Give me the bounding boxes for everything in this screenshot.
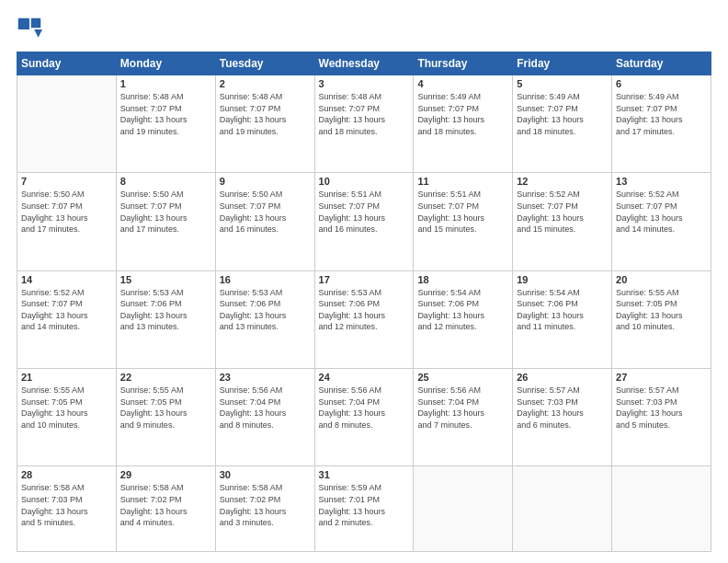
calendar-cell: 9Sunrise: 5:50 AM Sunset: 7:07 PM Daylig… <box>215 173 314 270</box>
calendar-cell: 1Sunrise: 5:48 AM Sunset: 7:07 PM Daylig… <box>116 75 215 173</box>
day-info: Sunrise: 5:49 AM Sunset: 7:07 PM Dayligh… <box>616 91 707 137</box>
day-info: Sunrise: 5:53 AM Sunset: 7:06 PM Dayligh… <box>120 287 211 333</box>
calendar-table: SundayMondayTuesdayWednesdayThursdayFrid… <box>17 52 711 552</box>
calendar-cell <box>513 466 612 552</box>
day-number: 20 <box>616 274 707 285</box>
page: SundayMondayTuesdayWednesdayThursdayFrid… <box>0 0 728 563</box>
calendar-cell <box>414 466 513 552</box>
day-info: Sunrise: 5:54 AM Sunset: 7:06 PM Dayligh… <box>517 287 608 333</box>
calendar-cell: 11Sunrise: 5:51 AM Sunset: 7:07 PM Dayli… <box>414 173 513 270</box>
day-info: Sunrise: 5:50 AM Sunset: 7:07 PM Dayligh… <box>21 189 112 235</box>
calendar-cell: 29Sunrise: 5:58 AM Sunset: 7:02 PM Dayli… <box>116 466 215 552</box>
calendar-cell: 20Sunrise: 5:55 AM Sunset: 7:05 PM Dayli… <box>612 270 711 368</box>
logo-icon <box>17 17 42 42</box>
day-info: Sunrise: 5:49 AM Sunset: 7:07 PM Dayligh… <box>517 91 608 137</box>
calendar-cell: 6Sunrise: 5:49 AM Sunset: 7:07 PM Daylig… <box>612 75 711 173</box>
day-number: 8 <box>120 176 211 187</box>
calendar-cell <box>17 75 117 173</box>
day-info: Sunrise: 5:56 AM Sunset: 7:04 PM Dayligh… <box>220 385 311 431</box>
day-number: 2 <box>220 78 311 89</box>
week-row-1: 1Sunrise: 5:48 AM Sunset: 7:07 PM Daylig… <box>17 75 711 173</box>
calendar-cell: 3Sunrise: 5:48 AM Sunset: 7:07 PM Daylig… <box>314 75 414 173</box>
day-number: 11 <box>417 176 508 187</box>
day-info: Sunrise: 5:55 AM Sunset: 7:05 PM Dayligh… <box>21 385 112 431</box>
day-info: Sunrise: 5:58 AM Sunset: 7:03 PM Dayligh… <box>21 482 112 528</box>
calendar-cell: 13Sunrise: 5:52 AM Sunset: 7:07 PM Dayli… <box>612 173 711 270</box>
day-number: 23 <box>220 372 311 383</box>
svg-marker-2 <box>34 29 42 38</box>
week-row-3: 14Sunrise: 5:52 AM Sunset: 7:07 PM Dayli… <box>17 270 711 368</box>
day-number: 5 <box>517 78 608 89</box>
day-number: 3 <box>319 78 410 89</box>
week-row-4: 21Sunrise: 5:55 AM Sunset: 7:05 PM Dayli… <box>17 369 711 466</box>
day-info: Sunrise: 5:52 AM Sunset: 7:07 PM Dayligh… <box>616 189 707 235</box>
day-number: 27 <box>616 372 707 383</box>
calendar-cell: 16Sunrise: 5:53 AM Sunset: 7:06 PM Dayli… <box>215 270 314 368</box>
svg-rect-1 <box>31 18 41 29</box>
day-info: Sunrise: 5:52 AM Sunset: 7:07 PM Dayligh… <box>517 189 608 235</box>
day-number: 24 <box>319 372 410 383</box>
day-number: 31 <box>319 469 410 480</box>
calendar-cell: 10Sunrise: 5:51 AM Sunset: 7:07 PM Dayli… <box>314 173 414 270</box>
day-info: Sunrise: 5:48 AM Sunset: 7:07 PM Dayligh… <box>220 91 311 137</box>
day-info: Sunrise: 5:53 AM Sunset: 7:06 PM Dayligh… <box>220 287 311 333</box>
day-header-friday: Friday <box>513 52 612 75</box>
calendar-cell: 23Sunrise: 5:56 AM Sunset: 7:04 PM Dayli… <box>215 369 314 466</box>
logo <box>17 17 46 42</box>
day-number: 21 <box>21 372 112 383</box>
day-info: Sunrise: 5:55 AM Sunset: 7:05 PM Dayligh… <box>120 385 211 431</box>
day-number: 15 <box>120 274 211 285</box>
day-number: 25 <box>417 372 508 383</box>
day-info: Sunrise: 5:48 AM Sunset: 7:07 PM Dayligh… <box>319 91 410 137</box>
day-number: 4 <box>417 78 508 89</box>
day-info: Sunrise: 5:48 AM Sunset: 7:07 PM Dayligh… <box>120 91 211 137</box>
day-number: 30 <box>220 469 311 480</box>
calendar-cell: 4Sunrise: 5:49 AM Sunset: 7:07 PM Daylig… <box>414 75 513 173</box>
day-header-thursday: Thursday <box>414 52 513 75</box>
day-info: Sunrise: 5:50 AM Sunset: 7:07 PM Dayligh… <box>220 189 311 235</box>
header <box>17 17 711 42</box>
calendar-cell: 26Sunrise: 5:57 AM Sunset: 7:03 PM Dayli… <box>513 369 612 466</box>
day-info: Sunrise: 5:56 AM Sunset: 7:04 PM Dayligh… <box>319 385 410 431</box>
week-row-5: 28Sunrise: 5:58 AM Sunset: 7:03 PM Dayli… <box>17 466 711 552</box>
calendar-cell: 30Sunrise: 5:58 AM Sunset: 7:02 PM Dayli… <box>215 466 314 552</box>
day-number: 18 <box>417 274 508 285</box>
day-number: 17 <box>319 274 410 285</box>
calendar-cell: 19Sunrise: 5:54 AM Sunset: 7:06 PM Dayli… <box>513 270 612 368</box>
day-info: Sunrise: 5:59 AM Sunset: 7:01 PM Dayligh… <box>319 482 410 528</box>
day-info: Sunrise: 5:51 AM Sunset: 7:07 PM Dayligh… <box>319 189 410 235</box>
calendar-cell: 24Sunrise: 5:56 AM Sunset: 7:04 PM Dayli… <box>314 369 414 466</box>
calendar-cell: 15Sunrise: 5:53 AM Sunset: 7:06 PM Dayli… <box>116 270 215 368</box>
calendar-cell: 27Sunrise: 5:57 AM Sunset: 7:03 PM Dayli… <box>612 369 711 466</box>
calendar-cell: 21Sunrise: 5:55 AM Sunset: 7:05 PM Dayli… <box>17 369 117 466</box>
day-header-tuesday: Tuesday <box>215 52 314 75</box>
day-info: Sunrise: 5:54 AM Sunset: 7:06 PM Dayligh… <box>417 287 508 333</box>
day-info: Sunrise: 5:57 AM Sunset: 7:03 PM Dayligh… <box>616 385 707 431</box>
calendar-header-row: SundayMondayTuesdayWednesdayThursdayFrid… <box>17 52 711 75</box>
day-number: 6 <box>616 78 707 89</box>
calendar-cell: 31Sunrise: 5:59 AM Sunset: 7:01 PM Dayli… <box>314 466 414 552</box>
day-number: 13 <box>616 176 707 187</box>
day-number: 9 <box>220 176 311 187</box>
day-number: 1 <box>120 78 211 89</box>
week-row-2: 7Sunrise: 5:50 AM Sunset: 7:07 PM Daylig… <box>17 173 711 270</box>
calendar-cell: 12Sunrise: 5:52 AM Sunset: 7:07 PM Dayli… <box>513 173 612 270</box>
calendar-cell: 14Sunrise: 5:52 AM Sunset: 7:07 PM Dayli… <box>17 270 117 368</box>
day-info: Sunrise: 5:58 AM Sunset: 7:02 PM Dayligh… <box>120 482 211 528</box>
day-info: Sunrise: 5:57 AM Sunset: 7:03 PM Dayligh… <box>517 385 608 431</box>
day-info: Sunrise: 5:51 AM Sunset: 7:07 PM Dayligh… <box>417 189 508 235</box>
day-number: 22 <box>120 372 211 383</box>
day-header-monday: Monday <box>116 52 215 75</box>
day-info: Sunrise: 5:53 AM Sunset: 7:06 PM Dayligh… <box>319 287 410 333</box>
day-number: 28 <box>21 469 112 480</box>
day-number: 26 <box>517 372 608 383</box>
svg-rect-0 <box>18 18 29 29</box>
day-info: Sunrise: 5:55 AM Sunset: 7:05 PM Dayligh… <box>616 287 707 333</box>
calendar-cell: 18Sunrise: 5:54 AM Sunset: 7:06 PM Dayli… <box>414 270 513 368</box>
day-number: 16 <box>220 274 311 285</box>
calendar-cell: 22Sunrise: 5:55 AM Sunset: 7:05 PM Dayli… <box>116 369 215 466</box>
calendar-cell <box>612 466 711 552</box>
day-number: 10 <box>319 176 410 187</box>
day-info: Sunrise: 5:49 AM Sunset: 7:07 PM Dayligh… <box>417 91 508 137</box>
day-number: 12 <box>517 176 608 187</box>
